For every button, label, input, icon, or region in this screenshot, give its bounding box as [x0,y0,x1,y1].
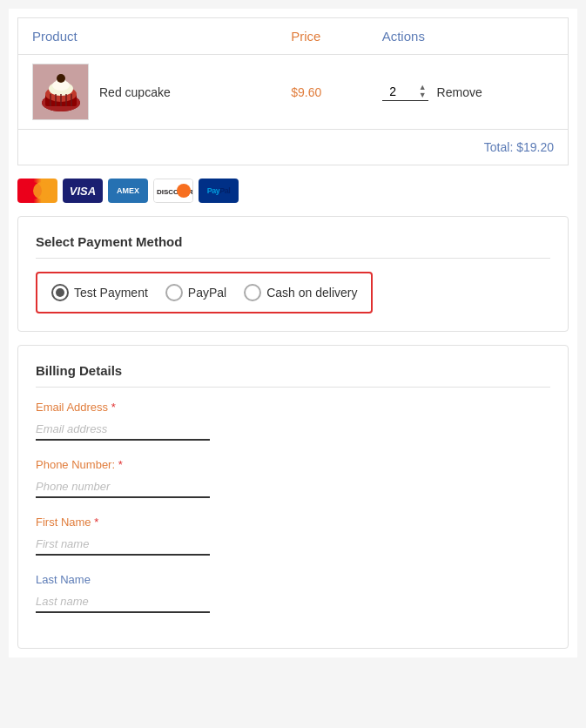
mastercard-icon [17,179,57,203]
billing-section: Billing Details Email Address * Phone Nu… [17,345,569,649]
quantity-wrapper: ▲ ▼ [382,83,428,101]
firstname-label: First Name * [36,516,550,529]
total-row: Total: $19.20 [18,130,569,165]
product-price: $9.60 [291,85,321,99]
actions-cell: ▲ ▼ Remove [382,83,554,101]
billing-title: Billing Details [36,363,550,388]
phone-label: Phone Number: * [36,458,550,471]
payment-option-test[interactable]: Test Payment [51,284,148,301]
svg-point-7 [57,74,65,83]
radio-paypal[interactable] [165,284,183,301]
visa-icon: VISA [63,179,103,203]
paypal-icon: PayPal [199,179,239,203]
phone-field-group: Phone Number: * [36,458,550,498]
email-field-group: Email Address * [36,401,550,441]
payment-option-paypal[interactable]: PayPal [165,284,226,301]
radio-cash-on-delivery[interactable] [244,284,261,301]
payment-methods-box: Test Payment PayPal Cash on delivery [36,272,373,313]
payment-method-section: Select Payment Method Test Payment PayPa… [17,216,569,332]
svg-point-14 [33,182,51,199]
discover-icon: DISCOVER [153,179,193,203]
phone-input[interactable] [36,476,210,498]
payment-option-cod[interactable]: Cash on delivery [244,284,357,301]
lastname-field-group: Last Name [36,573,550,613]
payment-icons-bar: VISA AMEX DISCOVER PayPal [17,179,569,203]
payment-label-cod: Cash on delivery [266,286,357,300]
col-header-actions: Actions [368,18,569,55]
lastname-input[interactable] [36,591,210,613]
product-image [32,64,89,120]
page-wrapper: Product Price Actions [9,9,577,657]
radio-test-payment[interactable] [51,284,69,301]
firstname-field-group: First Name * [36,516,550,556]
lastname-label: Last Name [36,573,550,586]
email-label: Email Address * [36,401,550,414]
amex-icon: AMEX [108,179,148,203]
product-name: Red cupcake [99,85,171,99]
product-cell: Red cupcake [32,64,263,120]
payment-section-title: Select Payment Method [36,234,550,259]
svg-point-17 [177,184,191,198]
col-header-price: Price [277,18,367,55]
cart-total: Total: $19.20 [484,140,554,154]
quantity-spinners: ▲ ▼ [417,84,428,99]
quantity-down-button[interactable]: ▼ [417,91,428,99]
remove-button[interactable]: Remove [437,85,482,99]
col-header-product: Product [18,18,278,55]
cart-item-row: Red cupcake $9.60 ▲ ▼ [18,55,569,130]
email-input[interactable] [36,419,210,441]
payment-label-test: Test Payment [74,286,148,300]
cart-table: Product Price Actions [17,17,569,165]
firstname-input[interactable] [36,534,210,556]
quantity-input[interactable] [382,83,417,100]
payment-label-paypal: PayPal [188,286,226,300]
